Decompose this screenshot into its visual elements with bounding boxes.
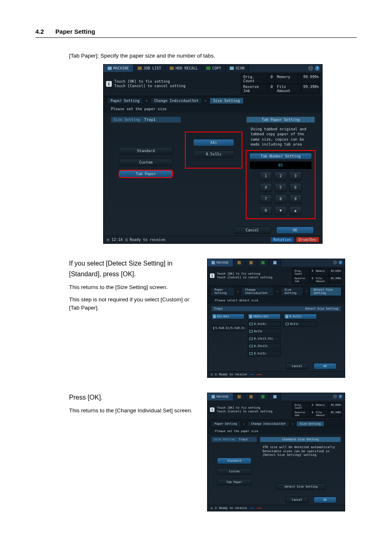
crumb-size-setting[interactable]: Size Setting bbox=[296, 421, 325, 427]
tab-copy[interactable] bbox=[257, 393, 269, 400]
portrait-icon bbox=[286, 315, 288, 318]
status-mem-label: Memory bbox=[314, 402, 329, 410]
help-icon[interactable]: ? bbox=[339, 261, 342, 264]
crumb-size-setting[interactable]: Size Setting bbox=[210, 97, 244, 104]
size-label: 5.5x8.5▯/5.5x8.5▯ bbox=[215, 326, 245, 330]
85x11-button[interactable]: 8.5x11▯ bbox=[193, 150, 234, 158]
landscape-icon bbox=[249, 345, 253, 347]
drumdev-chip bbox=[257, 374, 262, 375]
tab-machine[interactable]: MACHINE bbox=[104, 65, 134, 72]
crumb-detect-size[interactable]: Detect Size Setting bbox=[310, 287, 341, 296]
standard-button[interactable]: Standard bbox=[217, 458, 251, 464]
status-mem-value: 99.999% bbox=[329, 268, 342, 276]
custom-button[interactable]: Custom bbox=[217, 468, 251, 475]
cancel-button[interactable]: Cancel bbox=[233, 227, 271, 234]
tab-copy[interactable] bbox=[257, 259, 269, 266]
key-2[interactable]: 2 bbox=[274, 171, 287, 180]
size-8x11[interactable]: 8x11▯ bbox=[284, 321, 317, 327]
key-5[interactable]: 5 bbox=[274, 183, 287, 192]
crumb-size-setting[interactable]: Size Setting bbox=[281, 287, 303, 296]
tab-scan[interactable] bbox=[269, 259, 281, 266]
tab-paper-button[interactable]: Tab Paper bbox=[119, 170, 173, 178]
cancel-button[interactable]: Cancel bbox=[286, 497, 309, 503]
crumb-paper-setting[interactable]: Paper Setting bbox=[211, 287, 235, 296]
size-label: 8x11▯ bbox=[290, 322, 299, 326]
size-825x13[interactable]: 8.25x13▯ bbox=[248, 343, 281, 349]
step2-title-line2: [Standard], press [OK]. bbox=[69, 269, 201, 279]
ok-button[interactable]: OK bbox=[276, 227, 314, 234]
status-mem-value: 99.999% bbox=[301, 74, 319, 84]
tab-hdd[interactable] bbox=[245, 259, 257, 266]
a4-button[interactable]: A4▯ bbox=[193, 139, 234, 146]
size-55x85[interactable]: 5.5x8.5▯/5.5x8.5▯ bbox=[212, 325, 244, 331]
crumb-paper-setting[interactable]: Paper Setting bbox=[107, 97, 143, 104]
ok-button[interactable]: OK bbox=[314, 497, 337, 503]
printer-icon: ⎙ bbox=[125, 238, 127, 242]
tab-joblist-label: JOB LIST bbox=[143, 66, 161, 70]
size-a3-a4[interactable]: A3▯/A4▯ bbox=[212, 314, 244, 319]
tab-machine[interactable]: MACHINE bbox=[208, 259, 233, 266]
printer-icon: ⎙ bbox=[215, 373, 217, 376]
key-3[interactable]: 3 bbox=[289, 171, 302, 180]
crumb-change-individual[interactable]: Change IndividualSet bbox=[241, 287, 274, 296]
tab-machine[interactable]: MACHINE bbox=[208, 393, 233, 400]
tab-scan[interactable] bbox=[269, 393, 281, 400]
size-label: 8.5x13▯ bbox=[254, 352, 266, 355]
help-icon[interactable]: ? bbox=[315, 66, 320, 71]
info-round-icon[interactable]: i bbox=[333, 261, 337, 264]
size-label: 8.5x11▯ bbox=[289, 315, 302, 318]
key-7[interactable]: 7 bbox=[260, 194, 272, 204]
info-line2: Touch [Cancel] to cancel setting bbox=[217, 276, 272, 280]
custom-button[interactable]: Custom bbox=[119, 159, 173, 166]
key-6[interactable]: 6 bbox=[289, 183, 302, 192]
key-8[interactable]: 8 bbox=[274, 194, 287, 204]
screenshot-tab-paper: MACHINE JOB LIST HDD RECALL COPY SCAN i … bbox=[103, 64, 323, 244]
size-label: 8.5x14▯ bbox=[254, 322, 266, 326]
size-85x14[interactable]: 8.5x14▯ bbox=[248, 321, 281, 327]
detect-size-setting-button[interactable]: Detect Size Setting bbox=[277, 483, 326, 490]
tab-paper-button[interactable]: Tab Paper bbox=[217, 479, 251, 486]
key-1[interactable]: 1 bbox=[260, 171, 272, 180]
joblist-icon bbox=[238, 261, 241, 264]
key-0[interactable]: 0 bbox=[260, 206, 272, 215]
size-85x11[interactable]: 8.5x11▯ bbox=[284, 314, 317, 319]
help-icon[interactable]: ? bbox=[339, 395, 342, 398]
landscape-icon bbox=[249, 338, 253, 340]
tab-scan[interactable]: SCAN bbox=[226, 65, 249, 72]
info-icon: i bbox=[106, 81, 112, 87]
crumb-change-individual[interactable]: Change IndividualSet bbox=[150, 97, 202, 104]
status-res-value: 0 bbox=[267, 84, 275, 94]
ready-text: Ready to receive bbox=[219, 506, 247, 510]
status-file-label: File Amount bbox=[275, 84, 301, 94]
chevron-right-icon: ▸ bbox=[292, 422, 293, 426]
info-round-icon[interactable]: i bbox=[308, 66, 313, 71]
machine-icon bbox=[212, 395, 215, 398]
info-line1: Touch [OK] to fix setting bbox=[217, 406, 272, 410]
tab-joblist[interactable] bbox=[233, 259, 245, 266]
tab-joblist[interactable]: JOB LIST bbox=[134, 65, 166, 72]
key-4[interactable]: 4 bbox=[260, 183, 272, 192]
cancel-button[interactable]: Cancel bbox=[286, 363, 309, 370]
status-res-label: Reserve Job bbox=[293, 410, 310, 417]
prompt-set-paper-size: Please set the paper size bbox=[208, 428, 345, 435]
size-sra3[interactable]: SRA3▯/A3▯ bbox=[248, 314, 281, 319]
key-9[interactable]: 9 bbox=[289, 194, 302, 204]
tab-joblist[interactable] bbox=[233, 393, 245, 400]
standard-button[interactable]: Standard bbox=[119, 147, 173, 155]
size-8x13[interactable]: 8x13▯ bbox=[248, 328, 281, 334]
tab-hdd[interactable]: HDD RECALL bbox=[166, 65, 202, 72]
crumb-change-individual[interactable]: Change IndividualSet bbox=[247, 421, 289, 427]
size-813x1325[interactable]: 8.13x13.25▯ bbox=[248, 336, 281, 342]
hdd-icon bbox=[249, 395, 253, 398]
key-down[interactable]: ▼ bbox=[274, 206, 287, 215]
prompt-select-detect-size: Please select detect size bbox=[208, 297, 345, 304]
tab-hdd[interactable] bbox=[245, 393, 257, 400]
info-round-icon[interactable]: i bbox=[333, 395, 337, 398]
status-file-value: 99.398% bbox=[301, 84, 319, 94]
status-res-value: 0 bbox=[310, 410, 314, 417]
size-85x13[interactable]: 8.5x13▯ bbox=[248, 351, 281, 356]
key-up[interactable]: ▲ bbox=[289, 206, 302, 215]
ok-button[interactable]: OK bbox=[314, 363, 337, 370]
tab-copy[interactable]: COPY bbox=[202, 65, 226, 72]
crumb-paper-setting[interactable]: Paper Setting bbox=[211, 421, 241, 427]
